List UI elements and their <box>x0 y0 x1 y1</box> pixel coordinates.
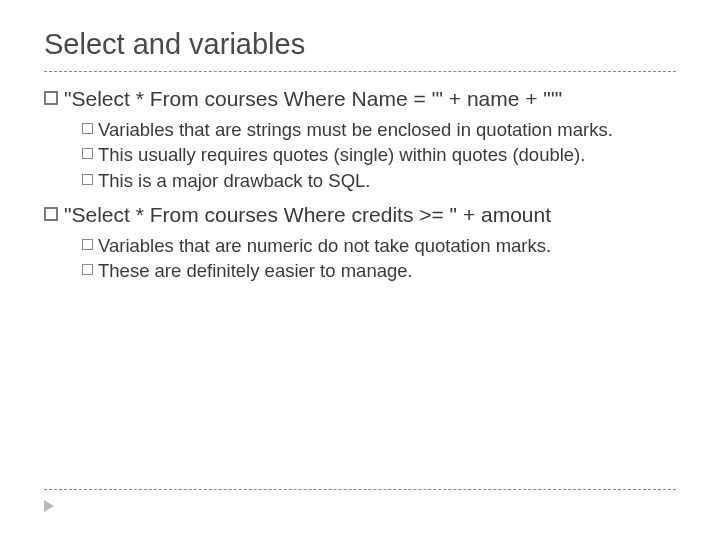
bullet-text: "Select * From courses Where credits >= … <box>64 202 551 228</box>
bullet-text: Variables that are strings must be enclo… <box>98 118 613 141</box>
square-bullet-icon <box>82 239 93 250</box>
bullet-level1: "Select * From courses Where credits >= … <box>44 202 676 228</box>
bullet-text: This usually requires quotes (single) wi… <box>98 143 585 166</box>
bullet-text: These are definitely easier to manage. <box>98 259 413 282</box>
square-bullet-icon <box>82 174 93 185</box>
slide-title: Select and variables <box>44 28 676 72</box>
square-bullet-icon <box>82 264 93 275</box>
square-bullet-icon <box>44 207 58 221</box>
square-bullet-icon <box>82 123 93 134</box>
bullet-text: This is a major drawback to SQL. <box>98 169 370 192</box>
bullet-level2: These are definitely easier to manage. <box>82 259 676 282</box>
arrow-right-icon <box>44 500 54 512</box>
footer-divider <box>44 489 676 490</box>
bullet-level2: This is a major drawback to SQL. <box>82 169 676 192</box>
sub-bullet-group: Variables that are strings must be enclo… <box>44 118 676 191</box>
bullet-level2: Variables that are strings must be enclo… <box>82 118 676 141</box>
bullet-text: Variables that are numeric do not take q… <box>98 234 551 257</box>
bullet-text: "Select * From courses Where Name = '" +… <box>64 86 562 112</box>
slide-content: "Select * From courses Where Name = '" +… <box>44 86 676 282</box>
bullet-level1: "Select * From courses Where Name = '" +… <box>44 86 676 112</box>
bullet-level2: This usually requires quotes (single) wi… <box>82 143 676 166</box>
sub-bullet-group: Variables that are numeric do not take q… <box>44 234 676 282</box>
bullet-level2: Variables that are numeric do not take q… <box>82 234 676 257</box>
square-bullet-icon <box>44 91 58 105</box>
slide: Select and variables "Select * From cour… <box>0 0 720 540</box>
square-bullet-icon <box>82 148 93 159</box>
